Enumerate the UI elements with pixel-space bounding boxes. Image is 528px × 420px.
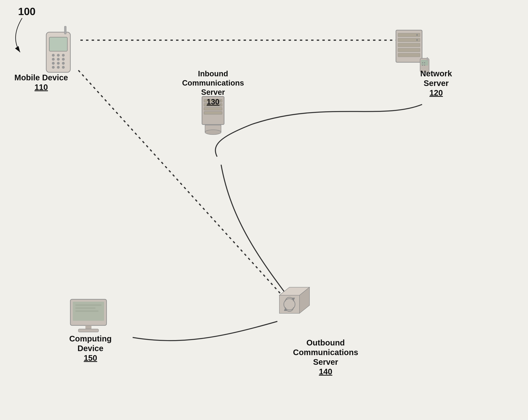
svg-rect-29 xyxy=(422,62,423,63)
svg-rect-5 xyxy=(49,37,67,51)
svg-point-13 xyxy=(57,62,60,65)
svg-point-14 xyxy=(62,62,65,65)
svg-rect-53 xyxy=(75,304,101,306)
svg-rect-18 xyxy=(64,26,66,34)
outbound-server-ref: 140 xyxy=(319,367,332,376)
svg-rect-0 xyxy=(0,0,528,420)
svg-point-12 xyxy=(52,62,55,65)
svg-point-40 xyxy=(219,104,221,105)
svg-point-8 xyxy=(62,54,65,57)
svg-point-16 xyxy=(57,66,60,69)
outbound-label-line3: Server xyxy=(313,358,338,366)
svg-marker-44 xyxy=(279,295,300,313)
svg-point-15 xyxy=(52,66,55,69)
main-diagram-svg: 100 xyxy=(0,0,528,420)
svg-rect-54 xyxy=(75,307,96,309)
svg-rect-37 xyxy=(204,107,222,110)
svg-point-11 xyxy=(62,58,65,61)
mobile-device-ref: 110 xyxy=(35,83,48,92)
mobile-device-label-text: Mobile Device xyxy=(14,73,68,82)
svg-rect-33 xyxy=(427,57,428,61)
inbound-label-line2: Communications xyxy=(182,79,244,87)
computing-device-ref: 150 xyxy=(84,353,97,362)
inbound-label-line3: Server xyxy=(201,88,225,96)
network-server-ref: 120 xyxy=(430,88,443,97)
svg-point-43 xyxy=(205,130,221,135)
network-server-label-line1: Network xyxy=(420,69,452,78)
svg-rect-24 xyxy=(398,53,420,57)
fig-number: 100 xyxy=(18,6,36,17)
diagram-container: 100 100 xyxy=(0,0,528,420)
svg-point-25 xyxy=(416,34,418,36)
network-server-label-line2: Server xyxy=(424,79,449,88)
svg-point-39 xyxy=(219,100,221,101)
computing-label-line1: Computing xyxy=(69,334,111,343)
svg-rect-22 xyxy=(398,43,420,47)
svg-rect-32 xyxy=(424,65,425,66)
svg-point-26 xyxy=(416,39,418,41)
svg-point-17 xyxy=(62,66,65,69)
mobile-device-icon xyxy=(46,26,70,72)
svg-point-6 xyxy=(52,54,55,57)
svg-rect-23 xyxy=(398,48,420,52)
svg-point-10 xyxy=(57,58,60,61)
svg-rect-30 xyxy=(424,62,425,63)
svg-rect-52 xyxy=(78,329,98,332)
inbound-label-line1: Inbound xyxy=(198,70,228,78)
outbound-label-line1: Outbound xyxy=(306,338,345,347)
outbound-label-line2: Communications xyxy=(293,348,358,357)
computing-label-line2: Device xyxy=(78,344,104,353)
svg-point-9 xyxy=(52,58,55,61)
svg-rect-38 xyxy=(204,111,222,114)
svg-rect-55 xyxy=(75,310,98,312)
svg-rect-31 xyxy=(422,65,423,66)
svg-point-7 xyxy=(57,54,60,57)
inbound-server-ref: 130 xyxy=(207,98,219,106)
